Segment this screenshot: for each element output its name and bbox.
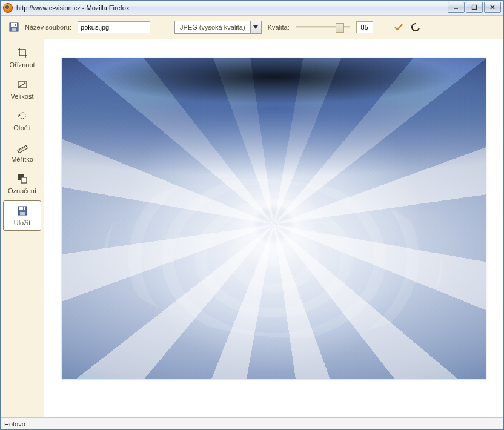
sidebar-item-rotate[interactable]: Otočit bbox=[3, 106, 41, 135]
sidebar-item-selection[interactable]: Označení bbox=[3, 169, 41, 198]
sidebar-item-label: Velikost bbox=[11, 93, 34, 100]
window-controls bbox=[448, 2, 501, 13]
svg-line-15 bbox=[22, 148, 22, 149]
window-titlebar: http://www.e-vision.cz - Mozilla Firefox bbox=[1, 1, 503, 15]
svg-rect-7 bbox=[15, 24, 16, 26]
sidebar-item-label: Oříznout bbox=[9, 61, 35, 68]
crop-icon bbox=[16, 47, 28, 59]
tool-sidebar: Oříznout Velikost Otočit bbox=[1, 39, 44, 417]
svg-point-9 bbox=[410, 22, 420, 33]
save-icon bbox=[16, 205, 28, 217]
app-body: Oříznout Velikost Otočit bbox=[1, 39, 503, 417]
svg-rect-18 bbox=[21, 177, 27, 183]
svg-marker-8 bbox=[253, 25, 258, 29]
minimize-button[interactable] bbox=[448, 2, 465, 13]
confirm-button[interactable] bbox=[393, 22, 404, 33]
sidebar-item-label: Otočit bbox=[13, 124, 31, 131]
svg-rect-6 bbox=[12, 28, 16, 31]
quality-input[interactable] bbox=[356, 21, 373, 33]
sidebar-item-scale[interactable]: Měřítko bbox=[3, 137, 41, 167]
toolbar-divider bbox=[383, 20, 383, 35]
slider-track bbox=[296, 26, 350, 28]
close-button[interactable] bbox=[484, 2, 501, 13]
svg-rect-22 bbox=[23, 207, 24, 210]
quality-slider[interactable] bbox=[296, 22, 350, 32]
window-title: http://www.e-vision.cz - Mozilla Firefox bbox=[16, 4, 129, 12]
svg-rect-5 bbox=[11, 23, 17, 27]
selection-icon bbox=[16, 173, 28, 185]
canvas-area bbox=[44, 39, 503, 417]
format-select[interactable]: JPEG (vysoká kvalita) bbox=[174, 21, 262, 34]
resize-icon bbox=[16, 78, 28, 90]
svg-line-16 bbox=[24, 147, 24, 148]
ruler-icon bbox=[16, 141, 28, 153]
firefox-icon bbox=[3, 3, 13, 13]
rotate-icon bbox=[16, 110, 28, 122]
slider-thumb[interactable] bbox=[336, 23, 344, 33]
status-bar: Hotovo bbox=[1, 417, 503, 429]
filename-label: Název souboru: bbox=[25, 24, 71, 31]
svg-line-14 bbox=[21, 148, 21, 150]
chevron-down-icon bbox=[250, 21, 261, 33]
loading-icon bbox=[410, 22, 421, 33]
status-text: Hotovo bbox=[4, 420, 25, 428]
sidebar-item-label: Označení bbox=[8, 187, 36, 194]
maximize-button[interactable] bbox=[466, 2, 483, 13]
sidebar-item-save[interactable]: Uložit bbox=[3, 200, 41, 231]
svg-rect-21 bbox=[20, 212, 25, 215]
format-select-value: JPEG (vysoká kvalita) bbox=[175, 24, 250, 31]
svg-rect-12 bbox=[18, 145, 27, 153]
save-toolbar: Název souboru: JPEG (vysoká kvalita) Kva… bbox=[1, 15, 503, 39]
svg-line-13 bbox=[19, 150, 19, 151]
svg-rect-1 bbox=[472, 5, 477, 10]
svg-rect-20 bbox=[19, 207, 25, 210]
filename-input[interactable] bbox=[78, 21, 150, 33]
sidebar-item-label: Měřítko bbox=[11, 156, 33, 163]
sidebar-item-crop[interactable]: Oříznout bbox=[3, 43, 41, 72]
quality-label: Kvalita: bbox=[268, 24, 290, 31]
image-preview[interactable] bbox=[62, 58, 486, 379]
save-icon bbox=[9, 22, 19, 32]
sidebar-item-resize[interactable]: Velikost bbox=[3, 74, 41, 104]
sidebar-item-label: Uložit bbox=[14, 219, 31, 227]
